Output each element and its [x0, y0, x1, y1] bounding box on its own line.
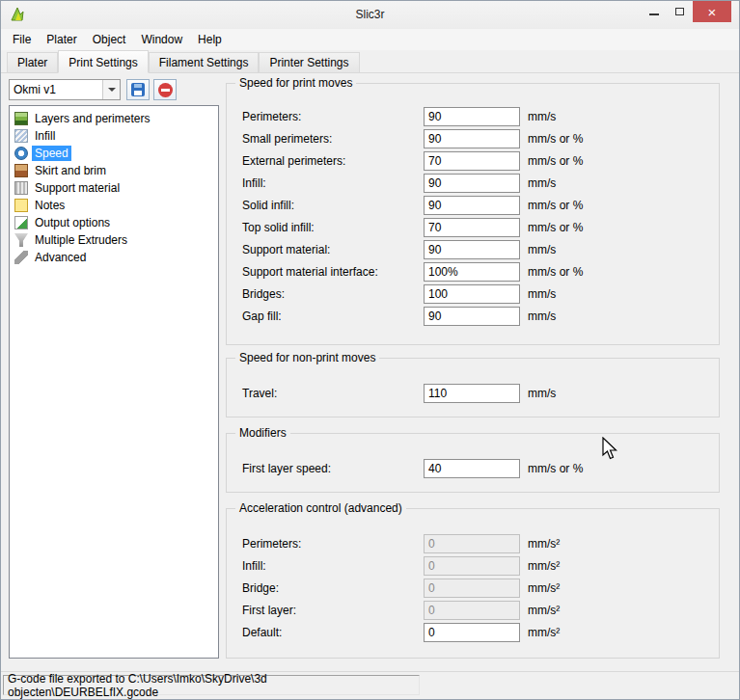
sidebar-item-infill[interactable]: Infill — [12, 127, 216, 145]
sidebar-item-layers-and-perimeters[interactable]: Layers and perimeters — [12, 110, 216, 127]
setting-row: Bridge: mm/s² — [227, 577, 719, 599]
setting-row: Perimeters: mm/s² — [227, 532, 719, 554]
close-icon: × — [708, 4, 717, 20]
menu-file[interactable]: File — [5, 30, 39, 49]
infill-icon — [14, 129, 28, 143]
top-solid-infill-speed-input[interactable] — [424, 218, 520, 237]
external-perimeters-speed-input[interactable] — [424, 151, 520, 171]
setting-label: Bridges: — [242, 287, 424, 301]
sidebar-item-label: Layers and perimeters — [32, 111, 152, 126]
support-material-interface-speed-input[interactable] — [424, 262, 520, 282]
menu-window[interactable]: Window — [133, 30, 190, 49]
speed-icon — [14, 147, 28, 160]
notes-icon — [14, 199, 28, 212]
setting-row: Small perimeters: mm/s or % — [227, 127, 719, 149]
bridge-acceleration-input — [424, 579, 520, 598]
title-bar[interactable]: Slic3r × — [1, 1, 739, 29]
unit-label: mm/s or % — [528, 221, 583, 234]
status-bar: G-code file exported to C:\Users\Imko\Sk… — [1, 671, 739, 699]
unit-label: mm/s or % — [528, 199, 583, 212]
tab-plater[interactable]: Plater — [7, 52, 58, 72]
output-icon — [14, 216, 28, 229]
sidebar-item-label-selected: Speed — [32, 146, 71, 161]
unit-label: mm/s — [528, 287, 556, 301]
setting-row: Perimeters: mm/s — [227, 105, 719, 127]
minimize-button[interactable] — [641, 1, 667, 22]
group-modifiers: Modifiers First layer speed: mm/s or % — [226, 433, 720, 493]
setting-label: Infill: — [242, 176, 424, 190]
sidebar-item-notes[interactable]: Notes — [12, 197, 216, 214]
setting-label: External perimeters: — [242, 154, 424, 168]
setting-label: Travel: — [242, 387, 424, 400]
setting-label: Support material interface: — [242, 265, 424, 279]
infill-speed-input[interactable] — [424, 174, 520, 193]
support-material-speed-input[interactable] — [424, 240, 520, 259]
dropdown-arrow-button[interactable] — [102, 80, 120, 99]
setting-row: Solid infill: mm/s or % — [227, 194, 719, 216]
menu-plater[interactable]: Plater — [39, 30, 84, 49]
sidebar-item-output-options[interactable]: Output options — [12, 214, 216, 231]
travel-speed-input[interactable] — [424, 384, 520, 403]
unit-label: mm/s² — [528, 604, 560, 617]
content-area: Okmi v1 Layers and perimeters Infill Spe… — [1, 73, 739, 671]
gap-fill-speed-input[interactable] — [424, 307, 520, 326]
group-title: Modifiers — [235, 426, 290, 441]
close-button[interactable]: × — [693, 1, 731, 22]
sidebar-item-skirt-and-brim[interactable]: Skirt and brim — [12, 162, 216, 179]
advanced-icon — [14, 251, 28, 264]
tab-print-settings[interactable]: Print Settings — [58, 50, 148, 73]
tab-printer-settings[interactable]: Printer Settings — [259, 52, 359, 72]
unit-label: mm/s — [528, 176, 556, 190]
solid-infill-speed-input[interactable] — [424, 196, 520, 215]
setting-label: Small perimeters: — [242, 132, 424, 146]
group-acceleration-control: Acceleration control (advanced) Perimete… — [226, 508, 720, 659]
preset-dropdown[interactable]: Okmi v1 — [9, 79, 121, 100]
menu-object[interactable]: Object — [85, 30, 134, 49]
sidebar-item-label: Output options — [32, 215, 113, 230]
first-layer-speed-input[interactable] — [424, 459, 520, 478]
unit-label: mm/s² — [528, 559, 560, 573]
setting-label: First layer speed: — [242, 462, 424, 475]
setting-row: Infill: mm/s² — [227, 554, 719, 577]
small-perimeters-speed-input[interactable] — [424, 129, 520, 148]
sidebar-item-multiple-extruders[interactable]: Multiple Extruders — [12, 231, 216, 249]
setting-row: Gap fill: mm/s — [227, 305, 719, 327]
perimeters-speed-input[interactable] — [424, 107, 520, 126]
sidebar-item-label: Skirt and brim — [32, 163, 109, 178]
setting-row: First layer speed: mm/s or % — [227, 457, 719, 479]
setting-row: Support material: mm/s — [227, 238, 719, 260]
delete-preset-button[interactable] — [153, 79, 177, 100]
tab-filament-settings[interactable]: Filament Settings — [149, 52, 260, 72]
group-title: Acceleration control (advanced) — [235, 501, 406, 516]
save-preset-button[interactable] — [126, 79, 150, 100]
setting-label: First layer: — [242, 604, 424, 617]
chevron-down-icon — [108, 88, 116, 92]
default-acceleration-input[interactable] — [424, 623, 520, 642]
setting-row: Travel: mm/s — [227, 382, 719, 404]
sidebar-item-speed[interactable]: Speed — [12, 145, 216, 162]
maximize-button[interactable] — [667, 1, 693, 22]
unit-label: mm/s — [528, 310, 556, 323]
maximize-icon — [675, 8, 684, 15]
menu-help[interactable]: Help — [190, 30, 230, 49]
preset-selected-value: Okmi v1 — [10, 83, 102, 96]
extruders-icon — [14, 233, 28, 247]
unit-label: mm/s or % — [528, 462, 583, 475]
group-title: Speed for non-print moves — [235, 351, 379, 365]
unit-label: mm/s² — [528, 581, 560, 595]
setting-label: Top solid infill: — [242, 221, 424, 234]
setting-label: Bridge: — [242, 581, 424, 595]
bridges-speed-input[interactable] — [424, 284, 520, 304]
first-layer-acceleration-input — [424, 601, 520, 620]
setting-row: Bridges: mm/s — [227, 283, 719, 305]
sidebar-item-advanced[interactable]: Advanced — [12, 249, 216, 266]
sidebar-item-support-material[interactable]: Support material — [12, 179, 216, 197]
unit-label: mm/s or % — [528, 265, 583, 279]
perimeters-acceleration-input — [424, 534, 520, 553]
unit-label: mm/s² — [528, 537, 560, 551]
support-icon — [14, 181, 28, 195]
delete-icon — [158, 83, 173, 97]
setting-row: Default: mm/s² — [227, 621, 719, 643]
setting-label: Perimeters: — [242, 537, 424, 551]
setting-label: Support material: — [242, 243, 424, 256]
